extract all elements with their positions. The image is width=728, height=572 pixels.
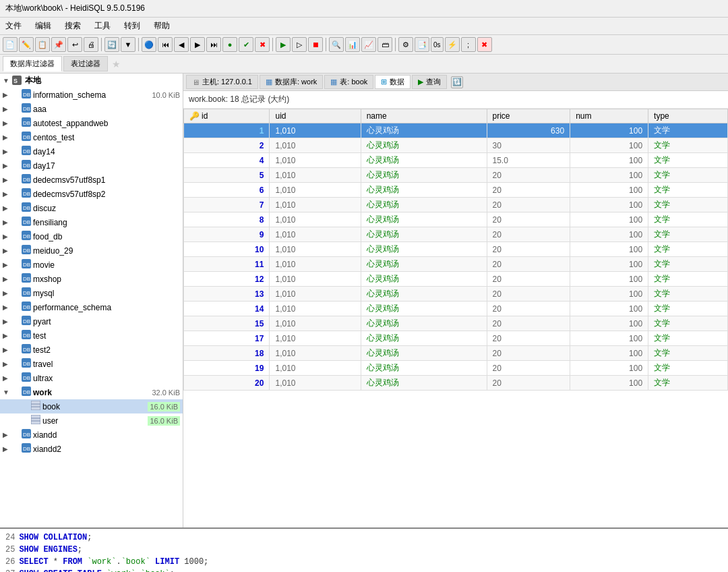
table-row[interactable]: 141,010心灵鸡汤20100文学 [184, 302, 728, 316]
star-button[interactable]: ★ [112, 59, 121, 69]
sidebar-item-label: fensiliang [33, 218, 177, 227]
col-price[interactable]: price [487, 109, 570, 123]
run-button[interactable]: ▶ [276, 37, 291, 52]
nav-first[interactable]: ⏮ [158, 37, 173, 52]
sidebar-item[interactable]: ▶DBtest [0, 328, 183, 343]
refresh-button[interactable]: 🔄 [104, 37, 119, 52]
sidebar-item-label: xiandd [33, 430, 177, 440]
table-row[interactable]: 21,010心灵鸡汤30100文学 [184, 138, 728, 153]
host-tab[interactable]: 🖥 主机: 127.0.0.1 [186, 75, 258, 89]
sidebar-item[interactable]: ▶DBmovie [0, 258, 183, 272]
sidebar-item[interactable]: ▶DBperformance_schema [0, 300, 183, 314]
query-tab[interactable]: ▶ 查询 [412, 75, 447, 89]
close-button[interactable]: ✖ [477, 37, 492, 52]
tools-1[interactable]: 🔍 [329, 37, 344, 52]
menu-edit[interactable]: 编辑 [32, 19, 54, 33]
undo-button[interactable]: ↩ [67, 37, 82, 52]
nav-prev[interactable]: ◀ [174, 37, 189, 52]
table-row[interactable]: 11,010心灵鸡汤630100文学 [184, 123, 728, 138]
sidebar-item[interactable]: ▶DBautotest_appandweb [0, 116, 183, 130]
menu-goto[interactable]: 转到 [121, 19, 143, 33]
table-row[interactable]: 71,010心灵鸡汤20100文学 [184, 198, 728, 212]
sidebar-item[interactable]: ▶DBmysql [0, 286, 183, 300]
table-row[interactable]: 181,010心灵鸡汤20100文学 [184, 346, 728, 361]
sidebar-item[interactable]: ▶DBcentos_test [0, 130, 183, 144]
sidebar-item[interactable]: ▶DBday17 [0, 159, 183, 173]
run-sel[interactable]: ▷ [292, 37, 307, 52]
tools-7[interactable]: ⚡ [445, 37, 460, 52]
tools-4[interactable]: 🗃 [377, 37, 392, 52]
sidebar-item[interactable]: ▶DBmxshop [0, 272, 183, 286]
print-button[interactable]: 🖨 [84, 37, 98, 52]
sidebar-item[interactable]: ▶DBfensiliang [0, 215, 183, 229]
new-button[interactable]: 📄 [3, 37, 18, 52]
sidebar-item[interactable]: book16.0 KiB [0, 399, 183, 413]
data-table-wrapper[interactable]: 🔑id uid name price num type 11,010心灵鸡汤63… [183, 109, 728, 527]
sidebar-server[interactable]: ▼ S 本地 [0, 74, 183, 88]
db-icon: DB [22, 443, 31, 455]
check-button[interactable]: ✔ [239, 37, 253, 52]
sidebar-item[interactable]: ▶DBinformation_schema10.0 KiB [0, 88, 183, 102]
copy-button[interactable]: 📋 [35, 37, 50, 52]
tools-8[interactable]: ; [461, 37, 476, 52]
sidebar-item[interactable]: ▶DBxiandd [0, 428, 183, 442]
menu-search[interactable]: 搜索 [62, 19, 84, 33]
svg-text:DB: DB [23, 432, 30, 438]
sidebar-item[interactable]: ▶DBdiscuz [0, 201, 183, 215]
sidebar-item[interactable]: ▶DBaaa [0, 102, 183, 116]
sidebar-item[interactable]: ▶DBfood_db [0, 229, 183, 244]
connect-button[interactable]: 🔵 [142, 37, 156, 52]
table-row[interactable]: 131,010心灵鸡汤20100文学 [184, 287, 728, 302]
table-row[interactable]: 121,010心灵鸡汤20100文学 [184, 272, 728, 287]
col-num[interactable]: num [570, 109, 648, 123]
db-tab[interactable]: ▦ 数据库: work [260, 75, 323, 89]
table-tab[interactable]: ▦ 表: book [324, 75, 373, 89]
nav-next[interactable]: ▶ [190, 37, 205, 52]
sidebar-item[interactable]: ▶DBmeiduo_29 [0, 244, 183, 258]
col-type[interactable]: type [648, 109, 728, 123]
tools-2[interactable]: 📊 [345, 37, 360, 52]
table-row[interactable]: 81,010心灵鸡汤20100文学 [184, 212, 728, 227]
sidebar-item[interactable]: ▶DBdedecmsv57utf8sp2 [0, 187, 183, 201]
table-row[interactable]: 91,010心灵鸡汤20100文学 [184, 227, 728, 242]
table-row[interactable]: 51,010心灵鸡汤20100文学 [184, 168, 728, 183]
table-row[interactable]: 61,010心灵鸡汤20100文学 [184, 183, 728, 198]
paste-button[interactable]: 📌 [51, 37, 66, 52]
table-filter-tab[interactable]: 表过滤器 [63, 56, 108, 72]
table-row[interactable]: 191,010心灵鸡汤20100文学 [184, 361, 728, 376]
sidebar-item[interactable]: ▶DBtravel [0, 357, 183, 371]
sidebar-item[interactable]: ▶DBdedecmsv57utf8sp1 [0, 173, 183, 187]
col-id[interactable]: 🔑id [184, 109, 270, 123]
menu-file[interactable]: 文件 [3, 19, 24, 33]
edit-button[interactable]: ✏️ [19, 37, 34, 52]
refresh-tab-button[interactable]: 🔃 [451, 76, 463, 88]
table-row[interactable]: 111,010心灵鸡汤20100文学 [184, 257, 728, 272]
menu-tools[interactable]: 工具 [92, 19, 113, 33]
db-filter-tab[interactable]: 数据库过滤器 [3, 56, 62, 72]
stop-button[interactable]: ⏹ [308, 37, 323, 52]
expand-arrow: ▶ [3, 190, 12, 198]
table-row[interactable]: 41,010心灵鸡汤15.0100文学 [184, 153, 728, 168]
data-tab[interactable]: ⊞ 数据 [375, 75, 411, 89]
refresh-drop[interactable]: ▼ [121, 37, 135, 52]
table-row[interactable]: 101,010心灵鸡汤20100文学 [184, 242, 728, 257]
sidebar-item[interactable]: ▶DBtest2 [0, 343, 183, 357]
tools-5[interactable]: ⚙ [398, 37, 413, 52]
sidebar-item[interactable]: user16.0 KiB [0, 413, 183, 428]
tools-6[interactable]: 📑 [415, 37, 429, 52]
cancel-row[interactable]: ✖ [255, 37, 270, 52]
sidebar-item[interactable]: ▶DBpyart [0, 314, 183, 328]
sidebar-item[interactable]: ▶DBxiandd2 [0, 442, 183, 456]
add-row[interactable]: ● [222, 37, 237, 52]
col-name[interactable]: name [361, 109, 487, 123]
table-row[interactable]: 171,010心灵鸡汤20100文学 [184, 331, 728, 346]
sidebar-item[interactable]: ▶DBultrax [0, 371, 183, 385]
table-row[interactable]: 151,010心灵鸡汤20100文学 [184, 316, 728, 331]
sidebar-item[interactable]: ▼DBwork32.0 KiB [0, 385, 183, 399]
sidebar-item[interactable]: ▶DBday14 [0, 144, 183, 159]
tools-3[interactable]: 📈 [361, 37, 376, 52]
col-uid[interactable]: uid [270, 109, 361, 123]
nav-last[interactable]: ⏭ [206, 37, 221, 52]
menu-help[interactable]: 帮助 [151, 19, 173, 33]
table-row[interactable]: 201,010心灵鸡汤20100文学 [184, 376, 728, 391]
